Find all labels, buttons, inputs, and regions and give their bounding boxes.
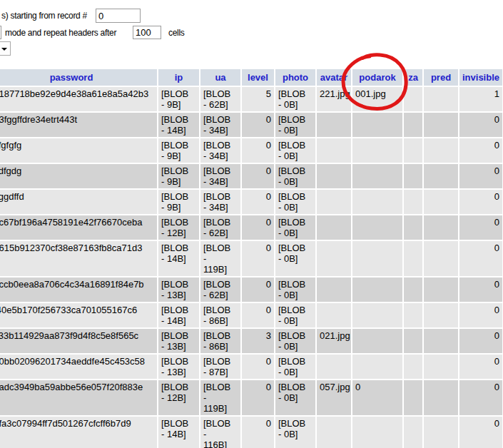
cell-photo: [BLOB - 0B] — [275, 278, 315, 302]
cell-podarok — [352, 355, 402, 379]
cell-za — [404, 329, 422, 353]
cell-pred — [424, 190, 458, 214]
cell-level: 0 — [242, 215, 274, 240]
cell-ip: [BLOB - 14B] — [158, 113, 199, 137]
cell-password: 443fggffdre34etrt443t — [0, 113, 157, 137]
cell-invisible: 0 — [459, 355, 502, 379]
cell-pred — [424, 329, 458, 353]
cell-ip: [BLOB - 9B] — [158, 164, 199, 188]
column-header-invisible[interactable]: invisible — [459, 69, 502, 86]
cell-za — [404, 278, 422, 302]
cell-ua: [BLOB - 34B] — [200, 190, 240, 214]
cell-za — [404, 380, 422, 415]
cell-ua: [BLOB - 34B] — [200, 113, 240, 137]
cell-password: 27ccb0eea8a706c4c34a16891f84e7b — [0, 278, 157, 302]
cell-photo: [BLOB - 0B] — [275, 303, 315, 327]
cell-avatar: 021.jpg — [317, 329, 351, 353]
column-header-password[interactable]: password — [0, 69, 157, 86]
cell-photo: [BLOB - 0B] — [275, 87, 315, 111]
cell-ua: [BLOB - 62B] — [200, 215, 240, 240]
truncated-select-sliver[interactable] — [0, 26, 1, 39]
table-row: 3c33b114929aa873f9d4f8c5e8f565c[BLOB - 1… — [0, 329, 502, 353]
cell-avatar — [317, 417, 351, 448]
cell-avatar: 057.jpg — [317, 380, 351, 415]
column-header-pred[interactable]: pred — [424, 69, 458, 86]
column-header-podarok[interactable]: podarok — [352, 69, 402, 86]
cell-ip: [BLOB - 12B] — [158, 215, 199, 240]
cell-invisible: 0 — [459, 113, 502, 137]
cell-pred — [424, 380, 458, 415]
cell-za — [404, 241, 422, 276]
cell-podarok — [352, 329, 402, 353]
table-row: 10adc3949ba59abbe56e057f20f883e[BLOB - 1… — [0, 380, 502, 415]
cell-invisible: 0 — [459, 380, 502, 415]
cell-ip: [BLOB - 13B] — [158, 278, 199, 302]
cell-invisible: 0 — [459, 303, 502, 327]
cell-invisible: 0 — [459, 329, 502, 353]
repeat-headers-input[interactable] — [133, 26, 161, 39]
cell-invisible: 0 — [459, 190, 502, 214]
cell-pred — [424, 278, 458, 302]
cell-level: 0 — [242, 138, 274, 163]
cell-invisible: 0 — [459, 215, 502, 240]
column-header-ip[interactable]: ip — [158, 69, 199, 86]
cell-ip: [BLOB - 13B] — [158, 329, 199, 353]
cell-ua: [BLOB - 86B] — [200, 329, 240, 353]
column-header-za[interactable]: za — [404, 69, 422, 86]
cell-ua: [BLOB - 87B] — [200, 355, 240, 379]
cell-photo: [BLOB - 0B] — [275, 215, 315, 240]
chevron-down-icon — [1, 48, 7, 51]
record-start-label: s) starting from record # — [1, 9, 87, 22]
cell-ua: [BLOB - 34B] — [200, 138, 240, 163]
cell-za — [404, 113, 422, 137]
record-start-input[interactable] — [96, 9, 141, 23]
cell-level: 0 — [242, 303, 274, 327]
table-row: 59c67bf196a4758191e42f76670ceba[BLOB - 1… — [0, 215, 502, 240]
cell-password: lgfdfgdg — [0, 164, 157, 188]
column-header-level[interactable]: level — [242, 69, 274, 86]
cell-avatar: 221.jpg — [317, 87, 351, 111]
table-row: 27ccb0eea8a706c4c34a16891f84e7b[BLOB - 1… — [0, 278, 502, 302]
cell-ua: [BLOB - 116B] — [200, 417, 240, 448]
cell-level: 0 — [242, 164, 274, 188]
cell-level: 0 — [242, 380, 274, 415]
cell-pred — [424, 164, 458, 188]
column-header-photo[interactable]: photo — [275, 69, 315, 86]
column-header-avatar[interactable]: avatar — [317, 69, 351, 86]
cell-password: 3c33b114929aa873f9d4f8c5e8f565c — [0, 329, 157, 353]
cell-photo: [BLOB - 0B] — [275, 113, 315, 137]
cell-podarok: 001.jpg — [352, 87, 402, 111]
cell-podarok — [352, 164, 402, 188]
cell-podarok — [352, 113, 402, 137]
truncated-dropdown[interactable] — [0, 41, 11, 56]
cell-ua: [BLOB - 119B] — [200, 241, 240, 276]
cell-podarok — [352, 138, 402, 163]
cell-invisible: 0 — [459, 278, 502, 302]
cell-podarok: 0 — [352, 380, 402, 415]
cell-za — [404, 355, 422, 379]
cell-photo: [BLOB - 0B] — [275, 164, 315, 188]
cell-password: 600bb02096201734aeddfe45c453c58 — [0, 355, 157, 379]
cell-avatar — [317, 241, 351, 276]
cell-za — [404, 190, 422, 214]
cell-invisible: 0 — [459, 241, 502, 276]
cell-photo: [BLOB - 0B] — [275, 329, 315, 353]
cell-photo: [BLOB - 0B] — [275, 138, 315, 163]
cell-level: 0 — [242, 113, 274, 137]
cell-ip: [BLOB - 14B] — [158, 417, 199, 448]
cell-ip: [BLOB - 13B] — [158, 355, 199, 379]
cell-invisible: 0 — [459, 138, 502, 163]
header-row: password ip ua level photo podarok avata… — [0, 69, 502, 86]
cell-podarok — [352, 278, 402, 302]
cell-pred — [424, 303, 458, 327]
column-header-ua[interactable]: ua — [200, 69, 240, 86]
cell-ua: [BLOB - 86B] — [200, 303, 240, 327]
results-table: password ip ua level photo podarok avata… — [0, 68, 503, 448]
repeat-headers-label: mode and repeat headers after — [5, 26, 116, 39]
cell-password: 86fa3c07994ff7d501267cfcff6b7d9 — [0, 417, 157, 448]
cell-pred — [424, 417, 458, 448]
cell-password: lfgfgfgfg — [0, 138, 157, 163]
table-row: 443fggffdre34etrt443t[BLOB - 14B][BLOB -… — [0, 113, 502, 137]
cell-ua: [BLOB - 62B] — [200, 87, 240, 111]
cell-photo: [BLOB - 0B] — [275, 380, 315, 415]
